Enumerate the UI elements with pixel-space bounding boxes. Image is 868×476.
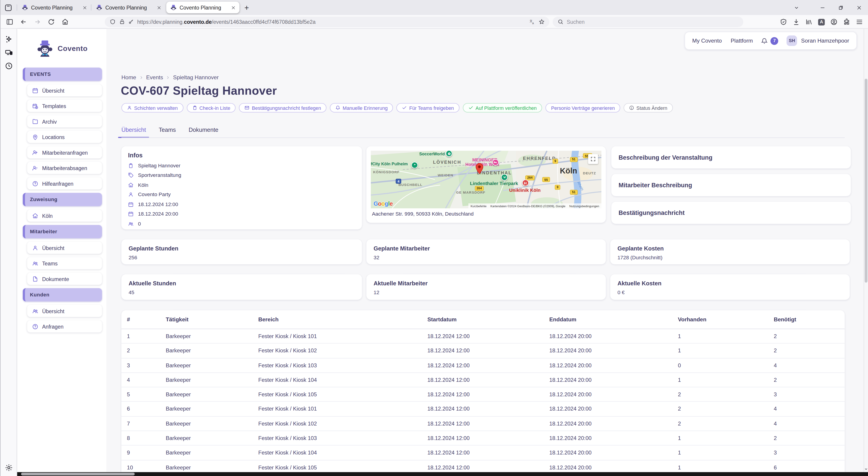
sidebar-item-events-mitarbeiterabsagen[interactable]: Mitarbeiterabsagen [27,162,102,174]
horizontal-scrollbar-thumb[interactable] [21,473,135,475]
user-name[interactable]: Soran Hamzehpoor [801,38,849,44]
url-bar[interactable]: https://dev.planning.covento.de/events/1… [105,17,549,27]
scroll-down-arrow-icon[interactable] [864,467,868,471]
sidebar-section-mitarbeiter[interactable]: Mitarbeiter [23,225,102,238]
sidebar-section-zuweisung[interactable]: Zuweisung [23,193,102,206]
table-row[interactable]: 3BarkeeperFester Kiosk / Kiosk 10318.12.… [121,358,845,373]
downloads-icon[interactable] [793,18,800,26]
table-row[interactable]: 9BarkeeperFester Kiosk / Kiosk 10418.12.… [121,446,845,460]
sidebar-item-events-übersicht[interactable]: Übersicht [27,84,102,96]
table-row[interactable]: 8BarkeeperFester Kiosk / Kiosk 10318.12.… [121,431,845,446]
map-pin-paw-icon[interactable] [501,174,508,181]
card-mitarbeiter-beschreibung[interactable]: Mitarbeiter Beschreibung [611,174,851,196]
sidebar-item-mitarbeiter-teams[interactable]: Teams [27,257,102,269]
extension-a-icon[interactable]: A [818,19,825,25]
map-terms-link[interactable]: Nutzungsbedingungen [569,204,599,208]
map-fullscreen-button[interactable] [588,154,598,164]
topbar-link-plattform[interactable]: Plattform [731,38,753,44]
lock-icon[interactable] [119,19,125,25]
google-map[interactable]: SoccerWorldLÖVENICHMEININGERHotel Köln W… [371,151,601,208]
table-row[interactable]: 1BarkeeperFester Kiosk / Kiosk 10118.12.… [121,329,845,344]
action-schichten-verwalten[interactable]: Schichten verwalten [121,103,183,113]
synced-tabs-icon[interactable] [5,49,13,56]
table-row[interactable]: 4BarkeeperFester Kiosk / Kiosk 10418.12.… [121,373,845,387]
column-header-[interactable]: # [127,310,130,329]
column-header-startdatum[interactable]: Startdatum [428,310,457,329]
tab-übersicht[interactable]: Übersicht [121,126,146,138]
extensions-puzzle-icon[interactable] [843,18,850,26]
close-tab-icon[interactable] [231,5,236,10]
ai-sparkles-icon[interactable] [5,36,13,43]
forward-icon[interactable] [34,18,41,25]
reload-icon[interactable] [48,18,55,25]
action-für-teams-freigeben[interactable]: Für Teams freigeben [397,103,460,113]
key-icon[interactable] [128,19,134,25]
url-text[interactable]: https://dev.planning.covento.de/events/1… [137,19,526,25]
sidebar-item-kunden-übersicht[interactable]: Übersicht [27,305,102,317]
table-row[interactable]: 5BarkeeperFester Kiosk / Kiosk 10518.12.… [121,387,845,402]
firefox-view-icon[interactable] [4,4,12,11]
sidebar-item-kunden-anfragen[interactable]: Anfragen [27,320,102,332]
map-location-marker-icon[interactable] [475,163,484,174]
horizontal-scrollbar[interactable] [17,472,868,476]
sidebar-item-events-hilfeanfragen[interactable]: Hilfeanfragen [27,177,102,190]
sidebar-item-mitarbeiter-übersicht[interactable]: Übersicht [27,242,102,254]
menu-icon[interactable] [856,18,863,26]
topbar-link-my-covento[interactable]: My Covento [692,38,722,44]
back-icon[interactable] [20,18,27,25]
bookmark-star-icon[interactable] [538,19,544,25]
sidebar-item-events-archiv[interactable]: Archiv [27,115,102,127]
shield-check-icon[interactable] [780,18,787,26]
browser-tab-3[interactable]: Covento Planning [166,2,240,13]
table-row[interactable]: 2BarkeeperFester Kiosk / Kiosk 10218.12.… [121,344,845,358]
user-avatar[interactable]: SH [787,36,797,46]
column-header-vorhanden[interactable]: Vorhanden [678,310,707,329]
settings-gear-icon[interactable] [5,464,13,472]
close-tab-icon[interactable] [157,5,161,10]
action-check-in-liste[interactable]: Check-in Liste [187,103,236,113]
library-icon[interactable] [805,18,812,26]
close-tab-icon[interactable] [83,5,87,10]
notification-count-badge[interactable]: 7 [771,37,778,44]
sidebar-item-events-mitarbeiteranfragen[interactable]: Mitarbeiteranfragen [27,146,102,159]
column-header-tätigkeit[interactable]: Tätigkeit [166,310,189,329]
breadcrumb-home[interactable]: Home [121,74,136,81]
tab-dokumente[interactable]: Dokumente [189,126,218,138]
action-bestätigungsnachricht-festlegen[interactable]: Bestätigungsnachricht festlegen [239,103,327,113]
vertical-scrollbar[interactable] [864,29,868,472]
sidebar-item-zuweisung-köln[interactable]: Köln [27,210,102,222]
sidebar-item-events-templates[interactable]: Templates [27,100,102,112]
history-clock-icon[interactable] [5,62,13,70]
column-header-bereich[interactable]: Bereich [258,310,279,329]
window-close-button[interactable] [850,0,868,15]
action-status-ändern[interactable]: Status Ändern [624,103,673,113]
tracking-shield-icon[interactable] [110,19,116,25]
browser-tab-1[interactable]: Covento Planning [18,2,91,13]
map-pin-hospital-icon[interactable]: H [522,180,528,186]
browser-tab-2[interactable]: Covento Planning [92,2,165,13]
sidebar-item-events-locations[interactable]: Locations [27,131,102,143]
home-icon[interactable] [62,18,69,25]
action-auf-plattform-veröffentlichen[interactable]: Auf Plattform veröffentlichen [463,103,542,113]
window-minimize-button[interactable] [813,0,832,15]
sidebar-item-mitarbeiter-dokumente[interactable]: Dokumente [27,273,102,285]
column-header-enddatum[interactable]: Enddatum [549,310,577,329]
card-beschreibung-der-veranstaltung[interactable]: Beschreibung der Veranstaltung [611,146,851,168]
breadcrumb-events[interactable]: Events [146,74,163,81]
notification-bell-icon[interactable] [761,37,768,44]
sidebar-section-kunden[interactable]: Kunden [23,288,102,302]
sidebar-toggle-icon[interactable] [6,18,13,25]
map-pin-hotel-icon[interactable] [492,159,499,165]
account-icon[interactable] [830,18,838,26]
window-restore-button[interactable] [832,0,850,15]
map-shortcuts-link[interactable]: Kurzbefehle [470,204,486,208]
breadcrumb-spieltag-hannover[interactable]: Spieltag Hannover [173,74,219,81]
action-personio-verträge-generieren[interactable]: Personio Verträge generieren [546,103,620,113]
card-bestätigungsnachricht[interactable]: Bestätigungsnachricht [611,202,851,224]
sidebar-section-events[interactable]: EVENTS [23,68,102,81]
search-bar[interactable]: Suchen [553,17,743,27]
google-logo[interactable]: Google [374,200,393,207]
action-manuelle-erinnerung[interactable]: Manuelle Erinnerung [330,103,393,113]
table-row[interactable]: 7BarkeeperFester Kiosk / Kiosk 10218.12.… [121,417,845,431]
column-header-benötigt[interactable]: Benötigt [774,310,796,329]
